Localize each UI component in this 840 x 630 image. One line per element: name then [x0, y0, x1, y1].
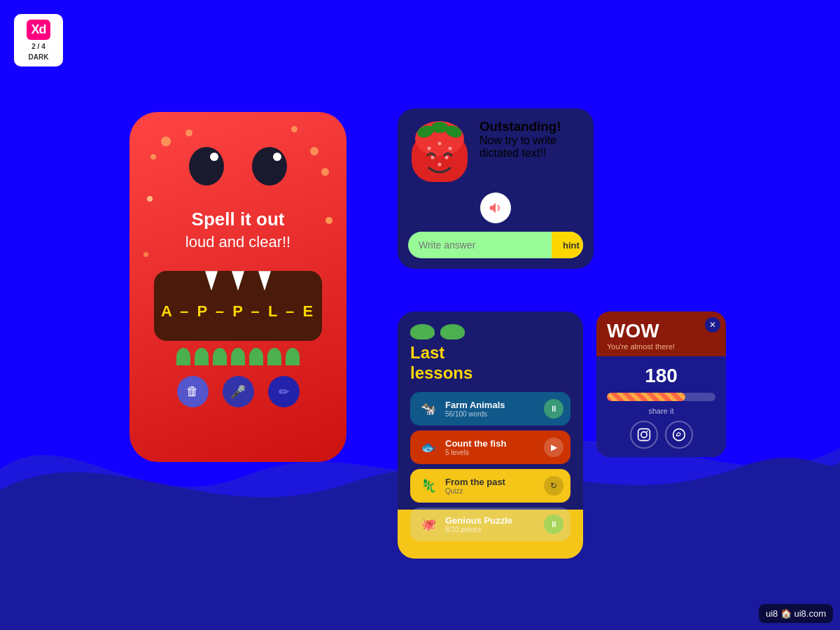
lesson-name: Count the fish	[445, 438, 544, 449]
lesson-icon-farm: 🐄	[417, 398, 440, 420]
lesson-action-refresh[interactable]: ↻	[544, 476, 564, 496]
monster-mouth: A – P – P – L – E	[154, 271, 322, 341]
whatsapp-icon	[672, 428, 686, 442]
cloud	[410, 324, 435, 340]
lesson-item: 🐄 Farm Animals 56/100 words ⏸	[410, 392, 570, 426]
wow-share-label: share it	[648, 407, 673, 415]
watermark: ui8 🏠 ui8.com	[759, 604, 833, 623]
lesson-info: Farm Animals 56/100 words	[445, 400, 544, 418]
grass-blade	[176, 348, 190, 365]
instagram-button[interactable]	[630, 421, 658, 449]
svg-point-14	[673, 429, 685, 441]
card-buttons: 🗑 🎤 ✏	[177, 376, 300, 407]
grass-blade	[195, 348, 209, 365]
svg-point-12	[640, 432, 646, 438]
monster-card: Spell it out loud and clear!! A – P – P …	[130, 112, 346, 462]
tooth	[232, 271, 244, 290]
whatsapp-button[interactable]	[665, 421, 693, 449]
svg-point-7	[449, 147, 452, 150]
grass	[176, 348, 300, 365]
dot	[321, 168, 329, 176]
mic-button[interactable]: 🎤	[223, 376, 254, 407]
xd-badge: Xd 2 / 4 DARK	[14, 14, 63, 66]
svg-point-10	[438, 163, 442, 167]
teeth	[205, 271, 271, 290]
dot	[144, 252, 148, 257]
spell-subtitle: loud and clear!!	[186, 233, 290, 251]
lesson-icon-fish: 🐟	[417, 436, 440, 458]
hint-button[interactable]: hint	[552, 232, 583, 258]
svg-point-3	[431, 122, 448, 133]
svg-point-5	[428, 147, 431, 150]
speaker-button[interactable]	[480, 192, 511, 223]
lesson-info: Genious Puzzle 8/10 pieces	[445, 515, 544, 533]
svg-point-13	[646, 430, 648, 432]
grass-blade	[249, 348, 263, 365]
lesson-sub: 56/100 words	[445, 410, 544, 418]
lesson-name: Genious Puzzle	[445, 515, 544, 526]
spell-text: Spell it out loud and clear!!	[186, 206, 290, 253]
lesson-action-pause[interactable]: ⏸	[544, 399, 564, 419]
wow-subtitle: You're almost there!	[607, 342, 715, 351]
eye-right	[252, 147, 287, 186]
wow-progress-fill	[607, 393, 685, 401]
svg-rect-11	[638, 429, 650, 441]
lesson-icon-past: 🦎	[417, 475, 440, 497]
eye-left	[189, 147, 224, 186]
dot	[326, 217, 332, 224]
lesson-item: 🐙 Genious Puzzle 8/10 pieces ⏸	[410, 507, 570, 541]
tooth	[258, 271, 271, 290]
lesson-sub: Quizz	[445, 487, 544, 495]
strawberry-svg	[408, 119, 471, 186]
spell-title: Spell it out	[192, 209, 285, 230]
word-display: A – P – P – L – E	[161, 302, 315, 321]
lesson-action-play[interactable]: ▶	[544, 438, 564, 457]
lesson-name: From the past	[445, 477, 544, 487]
grass-blade	[213, 348, 227, 365]
wow-card: ✕ WOW You're almost there! 180 share it	[596, 312, 726, 457]
lessons-title: Lastlessons	[410, 343, 570, 384]
lessons-card: Lastlessons 🐄 Farm Animals 56/100 words …	[398, 312, 583, 559]
dot	[186, 130, 192, 136]
xd-logo: Xd	[27, 20, 50, 40]
dot	[161, 136, 171, 146]
lesson-action-pause2[interactable]: ⏸	[544, 514, 564, 534]
wow-social-buttons	[630, 421, 693, 449]
monster-eyes	[189, 147, 287, 186]
edit-button[interactable]: ✏	[268, 376, 300, 407]
dot	[147, 196, 153, 202]
grass-blade	[286, 348, 300, 365]
clouds	[410, 324, 570, 340]
lesson-item: 🦎 From the past Quizz ↻	[410, 469, 570, 503]
strawberry-character	[408, 119, 471, 186]
lesson-name: Farm Animals	[445, 400, 544, 410]
xd-theme: DARK	[21, 53, 56, 61]
dot	[291, 126, 298, 132]
answer-input[interactable]	[408, 239, 552, 251]
outstanding-title: Outstanding!	[479, 119, 583, 134]
dot	[310, 147, 318, 155]
xd-page: 2 / 4	[21, 43, 56, 50]
instagram-icon	[637, 428, 651, 442]
outstanding-subtitle: Now try to write dictated text!!	[479, 134, 583, 160]
wow-score: 180	[645, 365, 678, 387]
lesson-sub: 5 levels	[445, 449, 544, 456]
svg-point-6	[438, 142, 442, 146]
wow-title: WOW	[607, 320, 715, 342]
lesson-item: 🐟 Count the fish 5 levels ▶	[410, 430, 570, 464]
speaker-icon	[488, 200, 503, 216]
lesson-icon-puzzle: 🐙	[417, 513, 440, 536]
outstanding-text-block: Outstanding! Now try to write dictated t…	[479, 119, 583, 160]
wow-body: 180 share it	[596, 356, 726, 457]
lesson-info: Count the fish 5 levels	[445, 438, 544, 456]
lesson-sub: 8/10 pieces	[445, 526, 544, 533]
delete-button[interactable]: 🗑	[177, 376, 209, 407]
outstanding-inner: Outstanding! Now try to write dictated t…	[408, 119, 583, 186]
dot	[150, 154, 156, 160]
grass-blade	[267, 348, 281, 365]
svg-point-9	[445, 156, 449, 160]
wow-close-button[interactable]: ✕	[705, 317, 720, 332]
svg-point-8	[431, 156, 435, 160]
lesson-info: From the past Quizz	[445, 477, 544, 495]
tooth	[205, 271, 218, 290]
